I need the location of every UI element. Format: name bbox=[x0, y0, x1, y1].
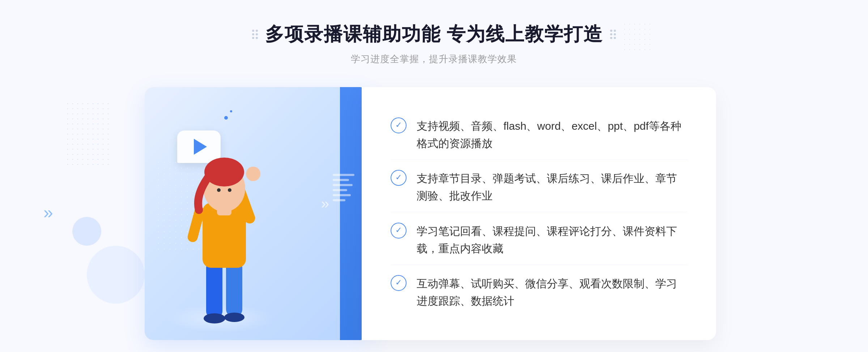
page-title: 多项录播课辅助功能 专为线上教学打造 bbox=[265, 22, 603, 47]
illustration-card: » bbox=[145, 87, 369, 340]
feature-item-3: ✓ 学习笔记回看、课程提问、课程评论打分、课件资料下载，重点内容收藏 bbox=[391, 215, 687, 265]
check-icon-4: ✓ bbox=[391, 275, 407, 291]
svg-rect-12 bbox=[217, 208, 231, 215]
svg-point-7 bbox=[246, 167, 260, 181]
content-panel: ✓ 支持视频、音频、flash、word、excel、ppt、pdf等各种格式的… bbox=[362, 87, 716, 340]
feature-item-2: ✓ 支持章节目录、弹题考试、课后练习、课后作业、章节测验、批改作业 bbox=[391, 163, 687, 212]
check-mark-2: ✓ bbox=[395, 173, 402, 181]
person-figure bbox=[166, 130, 282, 340]
chevron-left-decoration: » bbox=[43, 202, 50, 222]
check-icon-3: ✓ bbox=[391, 223, 407, 239]
svg-point-10 bbox=[217, 188, 221, 192]
page-subtitle: 学习进度全掌握，提升录播课教学效果 bbox=[252, 53, 616, 65]
strip-5 bbox=[333, 194, 351, 196]
feature-text-4: 互动弹幕、试听购买、微信分享、观看次数限制、学习进度跟踪、数据统计 bbox=[417, 275, 687, 310]
check-mark-4: ✓ bbox=[395, 279, 402, 287]
check-mark-1: ✓ bbox=[395, 121, 402, 129]
chevrons-right-decoration: » bbox=[321, 196, 326, 212]
person-svg bbox=[166, 130, 282, 340]
check-icon-1: ✓ bbox=[391, 117, 407, 133]
strip-3 bbox=[333, 184, 353, 186]
check-mark-3: ✓ bbox=[395, 226, 402, 234]
circle-decoration-large bbox=[87, 246, 145, 304]
strips-decoration bbox=[333, 174, 354, 201]
svg-point-9 bbox=[204, 158, 244, 186]
svg-point-3 bbox=[224, 313, 244, 322]
svg-point-11 bbox=[228, 188, 231, 192]
dots-decoration-right bbox=[622, 22, 651, 51]
svg-rect-0 bbox=[206, 261, 222, 318]
page-container: » 多项录播课辅助功能 专为线上教学打造 bbox=[0, 0, 868, 352]
feature-item-1: ✓ 支持视频、音频、flash、word、excel、ppt、pdf等各种格式的… bbox=[391, 110, 687, 160]
strip-4 bbox=[333, 189, 347, 191]
svg-rect-1 bbox=[226, 261, 242, 317]
decorative-dots-left-icon bbox=[252, 30, 258, 39]
check-icon-2: ✓ bbox=[391, 170, 407, 186]
strip-6 bbox=[333, 199, 345, 201]
strip-1 bbox=[333, 174, 354, 176]
main-content: » bbox=[145, 87, 723, 340]
feature-text-2: 支持章节目录、弹题考试、课后练习、课后作业、章节测验、批改作业 bbox=[417, 170, 687, 205]
dots-decoration-left bbox=[65, 101, 109, 166]
circle-decoration-small bbox=[72, 217, 101, 246]
svg-point-2 bbox=[204, 313, 225, 323]
decorative-dots-right-icon bbox=[610, 30, 616, 39]
feature-text-1: 支持视频、音频、flash、word、excel、ppt、pdf等各种格式的资源… bbox=[417, 117, 687, 152]
strip-2 bbox=[333, 179, 349, 181]
feature-text-3: 学习笔记回看、课程提问、课程评论打分、课件资料下载，重点内容收藏 bbox=[417, 223, 687, 257]
header-section: 多项录播课辅助功能 专为线上教学打造 学习进度全掌握，提升录播课教学效果 bbox=[252, 22, 616, 65]
title-row: 多项录播课辅助功能 专为线上教学打造 bbox=[252, 22, 616, 47]
feature-item-4: ✓ 互动弹幕、试听购买、微信分享、观看次数限制、学习进度跟踪、数据统计 bbox=[391, 268, 687, 317]
